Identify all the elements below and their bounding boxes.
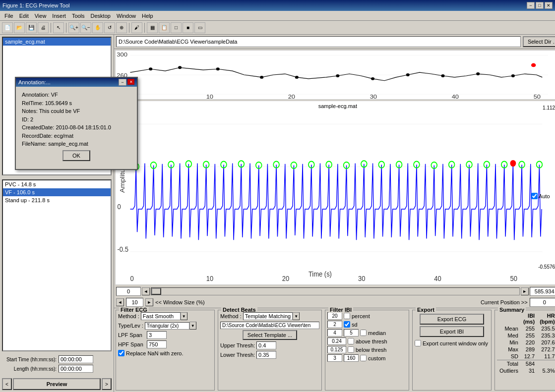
prop1[interactable]: □ [171,22,182,33]
annotation-list-item-pvc[interactable]: PVC - 14.8 s [3,180,111,188]
zoom-out[interactable]: 🔍− [80,22,91,33]
ibi-below-checkbox[interactable] [348,346,354,353]
ibi-percent-checkbox[interactable] [344,313,350,319]
summary-col-ibi: IBI (ms) [521,312,537,325]
file-list-item[interactable]: sample_ecg.mat [3,38,111,46]
menu-help[interactable]: Help [139,12,156,19]
insert-legend[interactable]: 📋 [159,22,170,33]
time-controls: Start Time (hh:mm:ss): Length (hh:mm:ss)… [0,353,114,376]
lpf-row: LPF Span [118,331,212,339]
ibi-percent-input[interactable] [327,312,342,320]
svg-text:Time (s): Time (s) [308,270,332,278]
current-pos-value[interactable]: 0 [530,298,555,307]
annotation-list-item-standup[interactable]: Stand up - 211.8 s [3,196,111,204]
svg-text:0: 0 [130,275,134,283]
scroll-track[interactable] [151,287,520,295]
svg-point-12 [149,67,152,70]
close-button[interactable]: ✕ [545,2,553,9]
export-window-checkbox[interactable] [415,340,421,346]
detect-method-arrow[interactable]: ▼ [293,312,300,320]
pan[interactable]: ✋ [92,22,103,33]
ibi-custom-v2[interactable] [344,354,359,362]
ibi-above-input[interactable] [327,337,346,345]
menu-edit[interactable]: Edit [17,12,31,19]
menu-view[interactable]: View [32,12,49,19]
select-template-button[interactable]: Select Template ... [243,330,297,340]
minimize-button[interactable]: − [527,2,535,9]
filter-method-label: Method : [118,313,139,319]
next-button[interactable]: > [102,378,112,390]
auto-checkbox[interactable] [531,193,538,199]
prop2[interactable]: ■ [183,22,193,33]
scroll-thumb[interactable] [151,288,161,295]
filter-method-value[interactable]: Fast Smooth [141,312,181,320]
select-tool[interactable]: ↖ [53,22,64,33]
detect-method-value[interactable]: Template Matching [243,312,293,320]
zoom-in[interactable]: 🔍+ [68,22,79,33]
filter-method-arrow[interactable]: ▼ [181,312,187,320]
menu-file[interactable]: File [2,12,16,19]
start-time-input[interactable] [59,355,93,363]
filter-method-dropdown: Fast Smooth ▼ [141,312,187,320]
scroll-right-button[interactable]: ► [521,287,529,295]
window-size-label: << Window Size (%) [155,299,479,305]
ibi-sd-label: sd [352,322,358,328]
menu-window[interactable]: Window [114,12,138,19]
ibi-median-v1[interactable] [327,329,342,336]
ibi-sd-input[interactable] [327,321,342,328]
export-ecg-button[interactable]: Export ECG [420,314,484,325]
ibi-custom-v1[interactable] [327,354,342,362]
summary-total-label: Total [497,360,521,368]
hpf-input[interactable] [147,340,167,348]
ibi-median-checkbox[interactable] [360,330,367,336]
type-lev-value[interactable]: Triangular (2x) [145,322,189,330]
annotation-list-item-vf[interactable]: VF - 106.0 s [3,188,111,196]
maximize-button[interactable]: □ [536,2,544,9]
length-input[interactable] [59,365,93,373]
brush[interactable]: 🖌 [131,22,142,33]
prev-button[interactable]: < [2,378,12,390]
detect-beats-panel: Detect Beats Method : Template Matching … [218,310,322,391]
insert-colorbar[interactable]: ▦ [147,22,158,33]
annotation-minimize[interactable]: − [119,79,126,86]
ibi-above-checkbox[interactable] [348,338,354,344]
summary-outliers-label: Outliers [497,367,521,374]
scroll-left-button[interactable]: ◄ [142,287,150,295]
svg-point-18 [371,77,374,80]
save-button[interactable]: 💾 [26,22,37,33]
prop3[interactable]: ▭ [194,22,205,33]
ibi-below-input[interactable] [327,346,346,353]
menu-tools[interactable]: Tools [69,12,87,19]
upper-thresh-row: Upper Thresh: [220,341,319,349]
ibi-below-row: below thresh [327,346,407,353]
window-right-button[interactable]: ► [145,298,153,306]
lpf-input[interactable] [147,331,167,339]
menu-insert[interactable]: Insert [50,12,68,19]
window-left-button[interactable]: ◄ [116,298,124,306]
menu-desktop[interactable]: Desktop [88,12,113,19]
preview-button[interactable]: Preview [13,378,101,390]
left-panel: sample_ecg.mat Annotation:... − ✕ Annota… [0,35,114,392]
type-lev-arrow[interactable]: ▼ [189,322,196,330]
path-input[interactable] [116,36,521,47]
ibi-median-v2[interactable] [344,329,359,336]
select-dir-button[interactable]: Select Dir . [523,36,555,47]
upper-thresh-input[interactable] [256,341,276,349]
open-button[interactable]: 📂 [14,22,25,33]
annotations-list[interactable]: PVC - 14.8 s VF - 106.0 s Stand up - 211… [2,179,112,351]
lower-thresh-input[interactable] [256,351,276,359]
svg-point-14 [216,67,220,70]
summary-sd-ibi: 12.7 [521,353,537,360]
replace-nan-checkbox[interactable] [118,350,124,356]
ibi-sd-checkbox[interactable] [344,321,350,328]
new-button[interactable]: 📄 [2,22,13,33]
print-button[interactable]: 🖨 [38,22,49,33]
export-ibi-button[interactable]: Export IBI [420,326,484,337]
data-cursor[interactable]: ⊕ [116,22,127,33]
window-value[interactable]: 10 [126,298,143,307]
annotation-ok-button[interactable]: OK [62,150,90,161]
rotate[interactable]: ↺ [104,22,115,33]
annotation-close[interactable]: ✕ [127,79,134,85]
window-row: ◄ 10 ► << Window Size (%) Current Positi… [114,297,555,308]
ibi-custom-checkbox[interactable] [360,355,367,361]
